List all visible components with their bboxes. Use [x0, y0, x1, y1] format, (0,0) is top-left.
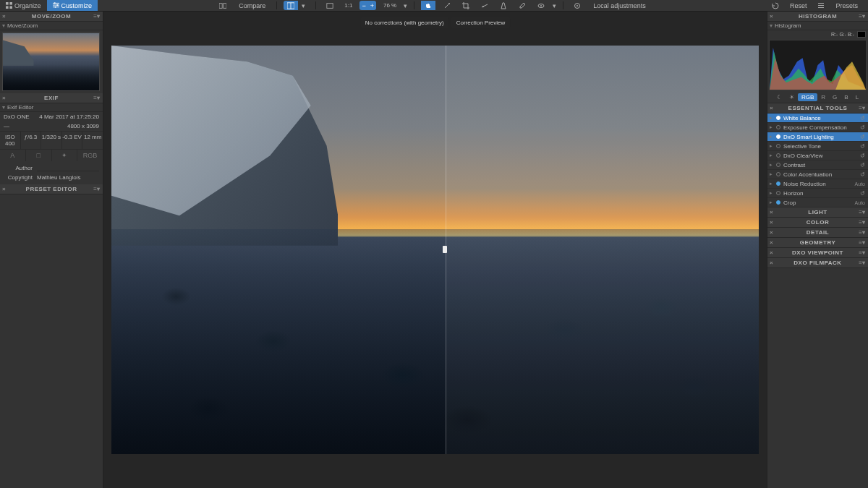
wand-tool-button[interactable] — [440, 1, 454, 10]
tool-exposure-compensation[interactable]: ▸Exposure Compensation↺ — [767, 123, 868, 132]
close-icon[interactable]: × — [770, 239, 773, 246]
view-mode-dropdown[interactable]: ▾ — [298, 1, 309, 10]
section-geometry[interactable]: ×GEOMETRY≡▾ — [767, 238, 868, 248]
section-light[interactable]: ×LIGHT≡▾ — [767, 207, 868, 218]
tool-contrast[interactable]: ▸Contrast↺ — [767, 160, 868, 170]
reset-indicator[interactable]: ↺ — [860, 143, 865, 150]
tool-dxo-smart-lighting[interactable]: ▸DxO Smart Lighting↺ — [767, 132, 868, 142]
menu-icon[interactable]: ≡▾ — [859, 13, 866, 20]
menu-icon[interactable]: ≡▾ — [859, 219, 866, 226]
tool-enable-toggle[interactable] — [776, 200, 780, 205]
exif-copyright-value[interactable]: Mathieu Langlois — [37, 174, 99, 181]
tool-enable-toggle[interactable] — [776, 172, 780, 176]
local-adjustments-icon[interactable] — [570, 1, 584, 10]
close-icon[interactable]: × — [770, 229, 773, 236]
essential-tools-header[interactable]: × ESSENTIAL TOOLS ≡▾ — [767, 103, 868, 114]
close-icon[interactable]: × — [770, 249, 773, 256]
histo-r[interactable]: R — [817, 93, 829, 101]
close-icon[interactable]: × — [2, 186, 6, 192]
tool-enable-toggle[interactable] — [776, 116, 780, 120]
tool-enable-toggle[interactable] — [776, 134, 780, 139]
close-icon[interactable]: × — [770, 105, 773, 111]
tool-white-balance[interactable]: ▸White Balance↺ — [767, 114, 868, 123]
tool-selective-tone[interactable]: ▸Selective Tone↺ — [767, 142, 868, 151]
hand-tool-button[interactable] — [421, 1, 435, 10]
histo-b[interactable]: B — [841, 93, 851, 101]
tool-enable-toggle[interactable] — [776, 191, 780, 195]
reset-button[interactable] — [768, 1, 783, 10]
menu-icon[interactable]: ≡▾ — [859, 229, 866, 236]
eyedropper-tool-button[interactable] — [515, 1, 529, 10]
zoom-out-button[interactable]: − — [359, 1, 367, 10]
reset-indicator[interactable]: ↺ — [860, 134, 865, 140]
exif-mode-rgb[interactable]: RGB — [77, 150, 103, 161]
menu-icon[interactable]: ≡▾ — [859, 239, 866, 246]
zoom-dropdown[interactable]: ▾ — [404, 2, 407, 9]
exif-author-value[interactable] — [37, 165, 99, 171]
menu-icon[interactable]: ≡▾ — [93, 186, 101, 192]
reset-indicator[interactable]: ↺ — [860, 162, 865, 168]
horizon-tool-button[interactable] — [477, 1, 492, 10]
close-icon[interactable]: × — [2, 13, 6, 20]
histogram-header[interactable]: × HISTOGRAM ≡▾ — [767, 12, 868, 22]
exif-mode-flash[interactable]: ✦ — [52, 150, 78, 161]
exif-subheader[interactable]: ▾ Exif Editor — [0, 103, 103, 112]
tab-organize[interactable]: Organize — [0, 0, 47, 11]
tool-enable-toggle[interactable] — [776, 125, 780, 129]
histo-shadow-clip[interactable]: ☾ — [773, 93, 786, 101]
reset-label[interactable]: Reset — [786, 2, 812, 9]
tab-customize[interactable]: Customize — [47, 0, 98, 11]
tool-enable-toggle[interactable] — [776, 163, 780, 167]
exif-mode-a[interactable]: A — [0, 150, 26, 161]
tool-dxo-clearview[interactable]: ▸DxO ClearView↺ — [767, 151, 868, 160]
menu-icon[interactable]: ≡▾ — [859, 260, 866, 266]
histo-g[interactable]: G — [829, 93, 841, 101]
view-options-dropdown[interactable]: ▾ — [553, 2, 556, 9]
tool-enable-toggle[interactable] — [776, 181, 780, 186]
movezoom-header[interactable]: × MOVE/ZOOM ≡▾ — [0, 12, 103, 22]
zoom-in-button[interactable]: + — [368, 1, 376, 10]
reset-indicator[interactable]: ↺ — [860, 171, 865, 178]
histo-highlight-clip[interactable]: ☀ — [786, 93, 798, 101]
view-options-button[interactable] — [534, 1, 548, 10]
preset-editor-header[interactable]: × PRESET EDITOR ≡▾ — [0, 184, 103, 194]
section-dxo-viewpoint[interactable]: ×DXO VIEWPOINT≡▾ — [767, 248, 868, 258]
menu-icon[interactable]: ≡▾ — [859, 249, 866, 256]
presets-button[interactable] — [814, 1, 828, 10]
ratio-label[interactable]: 1:1 — [341, 2, 355, 9]
image-canvas[interactable] — [111, 46, 759, 454]
menu-icon[interactable]: ≡▾ — [859, 105, 866, 111]
presets-label[interactable]: Presets — [831, 2, 862, 9]
menu-icon[interactable]: ≡▾ — [93, 95, 101, 101]
reset-indicator[interactable]: ↺ — [860, 115, 865, 121]
close-icon[interactable]: × — [770, 13, 773, 20]
tool-crop[interactable]: ▸CropAuto — [767, 198, 868, 207]
zoom-percent[interactable]: 76 % — [380, 2, 399, 9]
compare-label[interactable]: Compare — [234, 2, 270, 9]
split-handle[interactable] — [443, 246, 447, 253]
menu-icon[interactable]: ≡▾ — [93, 13, 101, 20]
navigator-thumbnail[interactable] — [2, 33, 100, 91]
reset-indicator[interactable]: ↺ — [860, 124, 865, 131]
tool-noise-reduction[interactable]: ▸Noise ReductionAuto — [767, 179, 868, 189]
exif-header[interactable]: × EXIF ≡▾ — [0, 93, 103, 103]
histogram-subheader[interactable]: ▾ Histogram — [767, 22, 868, 30]
section-detail[interactable]: ×DETAIL≡▾ — [767, 228, 868, 238]
movezoom-subheader[interactable]: ▾ Move/Zoom — [0, 22, 103, 30]
perspective-tool-button[interactable] — [496, 1, 511, 10]
fit-screen-button[interactable] — [323, 1, 337, 10]
tool-horizon[interactable]: ▸Horizon↺ — [767, 189, 868, 198]
tool-enable-toggle[interactable] — [776, 153, 780, 158]
section-dxo-filmpack[interactable]: ×DXO FILMPACK≡▾ — [767, 258, 868, 268]
close-icon[interactable]: × — [770, 219, 773, 226]
close-icon[interactable]: × — [770, 209, 773, 215]
histo-rgb[interactable]: RGB — [798, 93, 817, 101]
histo-l[interactable]: L — [852, 93, 862, 101]
compare-toggle[interactable] — [216, 1, 230, 10]
close-icon[interactable]: × — [2, 95, 6, 101]
view-split-button[interactable] — [284, 1, 298, 10]
close-icon[interactable]: × — [770, 260, 773, 266]
local-adjustments-label[interactable]: Local adjustments — [589, 2, 650, 9]
reset-indicator[interactable]: ↺ — [860, 190, 865, 197]
crop-tool-button[interactable] — [459, 1, 473, 10]
